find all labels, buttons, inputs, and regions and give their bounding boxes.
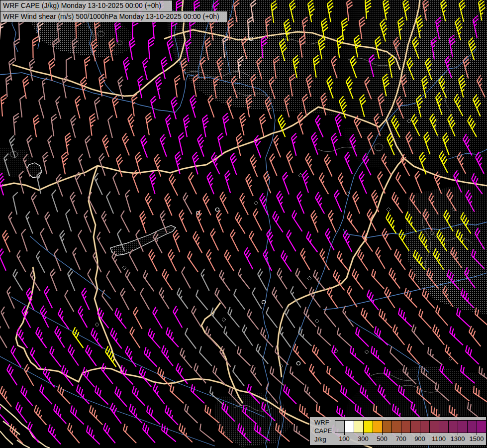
legend-cell	[411, 421, 420, 433]
legend-tick-label: 1100	[429, 435, 449, 443]
map-title-windshear: WRF Wind shear (m/s) 500/1000hPa Monday …	[0, 11, 228, 22]
legend-label-unit: J/kg	[314, 435, 332, 444]
legend-cell	[354, 421, 364, 433]
legend-tick-label: 300	[353, 435, 373, 443]
legend-cell	[458, 421, 468, 433]
legend-cell	[392, 421, 401, 433]
legend-cell	[383, 421, 392, 433]
map-canvas	[0, 0, 487, 448]
legend-cell	[430, 421, 439, 433]
map-title-cape: WRF CAPE (J/kg) Monday 13-10-2025 00:00 …	[0, 0, 173, 11]
legend-tick-label: 900	[410, 435, 430, 443]
legend-cell	[468, 421, 477, 433]
legend-cell	[477, 421, 486, 433]
legend-cell	[345, 421, 354, 433]
legend-cell	[439, 421, 449, 433]
legend-cell	[401, 421, 411, 433]
legend-tick-label: 1500	[467, 435, 487, 443]
legend-color-scale	[335, 420, 487, 433]
legend-label-parameter: CAPE	[314, 427, 332, 435]
legend-cell	[364, 421, 373, 433]
cape-legend: WRF CAPE J/kg 10030050070090011001300150…	[309, 417, 487, 446]
legend-label: WRF CAPE J/kg	[314, 418, 332, 444]
legend-tick-label: 700	[391, 435, 411, 443]
legend-cell	[373, 421, 383, 433]
legend-label-model: WRF	[314, 418, 332, 427]
weather-map-page: WRF CAPE (J/kg) Monday 13-10-2025 00:00 …	[0, 0, 487, 448]
legend-tick-label: 100	[334, 435, 354, 443]
legend-tick-label: 500	[372, 435, 392, 443]
legend-tick-label: 1300	[448, 435, 468, 443]
legend-cell	[449, 421, 458, 433]
legend-cell	[420, 421, 430, 433]
legend-cell	[335, 421, 345, 433]
